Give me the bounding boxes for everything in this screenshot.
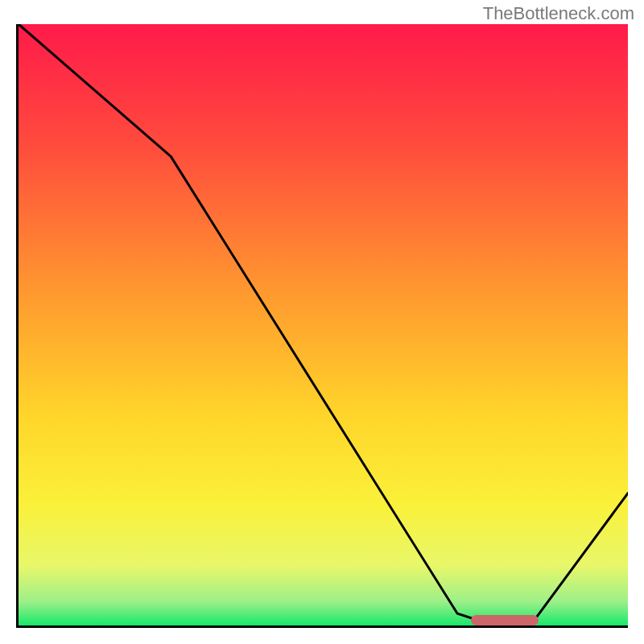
plot-area (16, 24, 628, 628)
optimal-range-marker (471, 615, 539, 625)
watermark-text: TheBottleneck.com (483, 3, 634, 24)
bottleneck-curve (19, 24, 628, 625)
